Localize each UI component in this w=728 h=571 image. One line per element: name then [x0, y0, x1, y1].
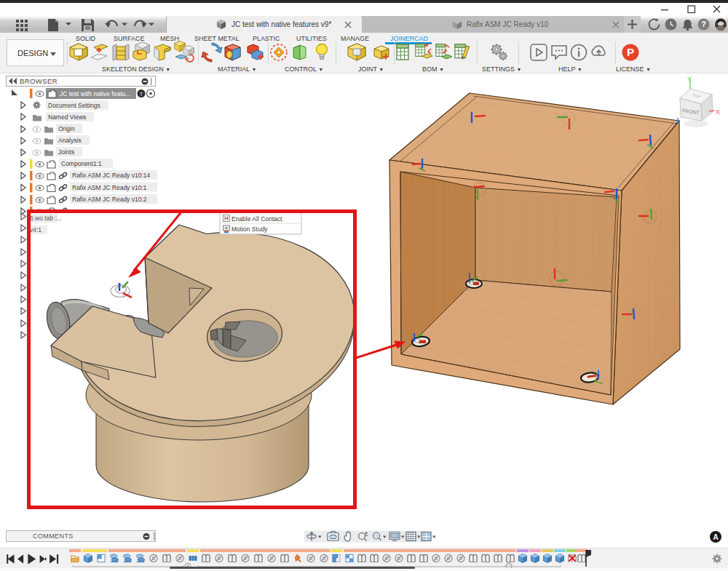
svg-text:v4:1: v4:1 — [30, 226, 41, 233]
svg-text:X: X — [716, 108, 720, 116]
svg-text:Y: Y — [687, 76, 692, 83]
svg-text:Motion Study: Motion Study — [232, 225, 268, 233]
svg-text:Enable All Contact: Enable All Contact — [232, 215, 282, 223]
svg-text:6 wo tab :...: 6 wo tab :... — [30, 215, 62, 222]
svg-text:A: A — [713, 533, 718, 541]
